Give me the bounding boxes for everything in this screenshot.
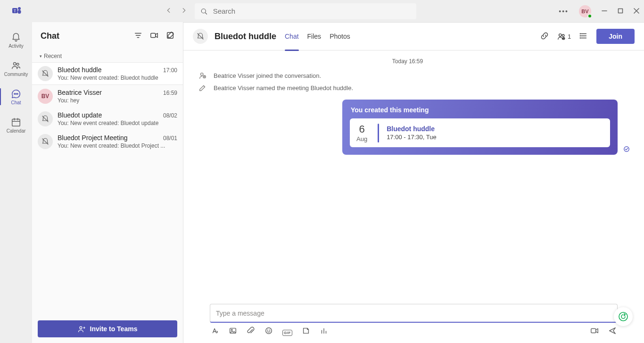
meeting-title: Bluedot huddle xyxy=(387,125,437,133)
invite-label: Invite to Teams xyxy=(90,325,138,333)
video-clip-button[interactable] xyxy=(590,326,599,336)
svg-point-40 xyxy=(580,33,581,34)
system-text: Beatrice Visser joined the conversation. xyxy=(214,72,321,79)
svg-point-33 xyxy=(562,34,564,37)
user-avatar[interactable]: BV xyxy=(579,5,591,17)
rail-label: Chat xyxy=(11,100,21,105)
search-box[interactable] xyxy=(195,3,416,19)
conversation-avatar xyxy=(193,29,208,44)
chat-item-preview: You: New event created: Bluedot Project … xyxy=(58,142,177,149)
people-icon xyxy=(557,32,566,41)
svg-point-32 xyxy=(559,34,561,36)
svg-rect-15 xyxy=(12,119,20,126)
svg-point-53 xyxy=(270,330,270,330)
meeting-date: 6 Aug xyxy=(356,123,370,142)
tab-photos[interactable]: Photos xyxy=(330,23,350,50)
back-button[interactable] xyxy=(165,7,172,15)
meet-now-button[interactable] xyxy=(150,31,158,41)
join-button[interactable]: Join xyxy=(596,29,635,44)
chat-list: Bluedot huddle17:00 You: New event creat… xyxy=(32,62,183,316)
search-input[interactable] xyxy=(213,7,411,15)
image-button[interactable] xyxy=(229,326,237,336)
chat-item-bluedot-project[interactable]: Bluedot Project Meeting08/01 You: New ev… xyxy=(32,130,183,153)
conversation-header: Bluedot huddle Chat Files Photos 1 Join xyxy=(183,23,644,50)
svg-rect-22 xyxy=(151,33,156,38)
pencil-icon xyxy=(198,84,207,92)
svg-point-50 xyxy=(231,329,232,330)
emoji-button[interactable] xyxy=(264,326,273,336)
chat-item-title: Bluedot Project Meeting xyxy=(58,134,128,142)
gif-button[interactable]: GIF xyxy=(282,328,292,335)
tab-chat[interactable]: Chat xyxy=(285,23,299,50)
presence-indicator xyxy=(587,14,592,18)
maximize-button[interactable] xyxy=(618,8,623,15)
send-button[interactable] xyxy=(608,326,617,336)
format-button[interactable] xyxy=(211,326,219,336)
read-receipt-icon xyxy=(623,146,630,154)
chat-item-beatrice[interactable]: BV Beatrice Visser16:59 You: hey xyxy=(32,85,183,108)
tab-files[interactable]: Files xyxy=(307,23,322,50)
system-message-joined: Beatrice Visser joined the conversation. xyxy=(198,69,618,82)
rail-activity[interactable]: Activity xyxy=(0,27,32,53)
system-text: Beatrice Visser named the meeting Bluedo… xyxy=(214,84,353,92)
chat-item-preview: You: New event created: Bluedot update xyxy=(58,120,177,126)
bell-off-icon xyxy=(41,69,50,78)
sticker-button[interactable] xyxy=(302,326,310,336)
panel-header: Chat xyxy=(32,22,183,50)
participants-button[interactable]: 1 xyxy=(557,32,571,41)
filter-button[interactable] xyxy=(134,31,142,41)
chat-item-title: Bluedot huddle xyxy=(58,66,101,74)
person-add-icon xyxy=(198,71,207,80)
svg-point-4 xyxy=(201,8,206,13)
conversation-area: Bluedot huddle Chat Files Photos 1 Join … xyxy=(183,22,644,343)
chat-icon xyxy=(11,89,21,99)
chat-list-panel: Chat Recent Bluedot huddle17:00 You: New… xyxy=(32,22,183,343)
svg-text:T: T xyxy=(14,8,16,13)
copy-link-button[interactable] xyxy=(540,32,549,42)
rail-label: Activity xyxy=(8,43,24,49)
chat-item-preview: You: New event created: Bluedot huddle xyxy=(58,75,177,81)
chat-item-time: 08/01 xyxy=(163,135,177,142)
rail-calendar[interactable]: Calendar xyxy=(0,112,32,138)
rail-chat[interactable]: Chat xyxy=(0,84,32,110)
section-recent[interactable]: Recent xyxy=(32,50,183,62)
rail-label: Community xyxy=(4,72,28,77)
rail-community[interactable]: Community xyxy=(0,55,32,82)
chat-item-title: Beatrice Visser xyxy=(58,89,102,96)
grammarly-widget[interactable] xyxy=(614,307,633,326)
meeting-created-label: You created this meeting xyxy=(342,100,618,118)
svg-point-13 xyxy=(16,93,17,94)
svg-point-42 xyxy=(580,38,581,38)
chat-item-bluedot-update[interactable]: Bluedot update08/02 You: New event creat… xyxy=(32,108,183,130)
invite-to-teams-button[interactable]: Invite to Teams xyxy=(38,320,177,337)
bell-off-icon xyxy=(41,115,50,123)
compose-box[interactable] xyxy=(210,304,618,323)
chat-avatar-icon xyxy=(38,66,53,81)
chat-item-preview: You: hey xyxy=(58,97,177,104)
close-button[interactable] xyxy=(634,8,639,15)
new-chat-button[interactable] xyxy=(166,31,174,41)
svg-rect-7 xyxy=(619,8,623,13)
meeting-card[interactable]: You created this meeting 6 Aug Bluedot h… xyxy=(342,100,618,155)
chat-item-time: 08/02 xyxy=(163,112,177,119)
poll-button[interactable] xyxy=(320,326,328,336)
rail-label: Calendar xyxy=(7,128,26,134)
panel-title: Chat xyxy=(41,31,59,41)
minimize-button[interactable] xyxy=(602,8,607,15)
forward-button[interactable] xyxy=(181,7,187,15)
meeting-day: 6 xyxy=(356,123,367,135)
chat-item-bluedot-huddle[interactable]: Bluedot huddle17:00 You: New event creat… xyxy=(32,62,183,85)
nav-arrows xyxy=(165,7,187,15)
more-button[interactable]: ••• xyxy=(559,8,569,15)
messages-area: Today 16:59 Beatrice Visser joined the c… xyxy=(183,50,644,304)
svg-point-10 xyxy=(14,62,17,65)
svg-point-12 xyxy=(14,93,15,94)
view-list-button[interactable] xyxy=(579,32,588,42)
titlebar: T ••• BV xyxy=(0,0,644,22)
app-rail: Activity Community Chat Calendar xyxy=(0,22,32,343)
chat-item-time: 17:00 xyxy=(163,67,177,74)
compose-input[interactable] xyxy=(216,310,611,317)
compose-toolbar: GIF xyxy=(210,323,618,336)
participants-count: 1 xyxy=(568,33,571,40)
attach-button[interactable] xyxy=(247,326,255,336)
